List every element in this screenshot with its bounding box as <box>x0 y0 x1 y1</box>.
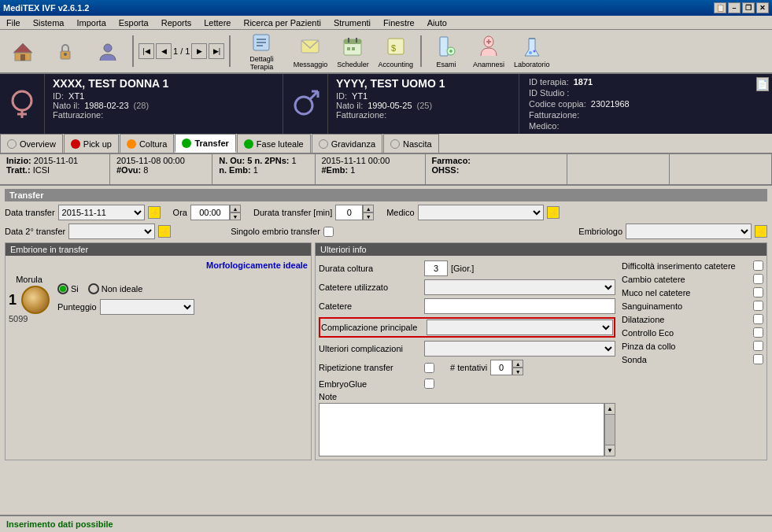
durata-down-btn[interactable]: ▼ <box>363 212 374 220</box>
dilatazione-label: Dilatazione <box>622 315 664 324</box>
medico-lightning[interactable]: ⚡ <box>547 206 560 219</box>
menu-sistema[interactable]: Sistema <box>30 17 68 28</box>
menu-finestre[interactable]: Finestre <box>380 17 418 28</box>
menu-aiuto[interactable]: Aiuto <box>424 17 450 28</box>
note-textarea[interactable] <box>319 403 604 456</box>
embryoglue-checkbox[interactable] <box>424 379 434 389</box>
durata-input[interactable] <box>335 205 363 220</box>
tabs-container: Overview Pick up Coltura Transfer Fase l… <box>0 134 772 154</box>
menu-strumenti[interactable]: Strumenti <box>331 17 374 28</box>
tentativi-up-btn[interactable]: ▲ <box>512 360 523 368</box>
status-bar: Inserimento dati possibile <box>0 515 772 532</box>
si-radio[interactable]: Si <box>57 283 79 294</box>
catetere-input[interactable] <box>424 298 615 314</box>
data2-input[interactable] <box>68 224 155 239</box>
menu-file[interactable]: File <box>3 17 24 28</box>
nav-first-btn[interactable]: |◀ <box>139 43 154 59</box>
data-transfer-input[interactable]: 2015-11-11 <box>58 205 145 220</box>
id-terapia-val: 1871 <box>574 77 593 87</box>
accounting-button[interactable]: $ Accounting <box>375 31 416 71</box>
nav-area: |◀ ◀ 1 / 1 ▶ ▶| <box>139 43 224 59</box>
ora-down-btn[interactable]: ▼ <box>230 212 241 220</box>
menu-esporta[interactable]: Esporta <box>116 17 152 28</box>
difficolta-checkbox[interactable] <box>753 260 763 271</box>
durata-coltura-unit: [Gior.] <box>451 264 474 273</box>
menu-importa[interactable]: Importa <box>73 17 109 28</box>
female-nato-age: (28) <box>134 101 150 110</box>
singolo-checkbox[interactable] <box>323 227 334 237</box>
window-controls[interactable]: 📋 – ❐ ✕ <box>714 2 769 13</box>
ora-up-btn[interactable]: ▲ <box>230 205 241 212</box>
tab-pickup[interactable]: Pick up <box>64 134 119 153</box>
complicazione-select[interactable] <box>427 320 613 335</box>
user-button[interactable] <box>88 31 127 71</box>
embriologo-lightning[interactable]: ⚡ <box>755 225 767 238</box>
scheduler-icon <box>340 34 365 59</box>
embriologo-select[interactable] <box>626 224 752 239</box>
lock-button[interactable] <box>46 31 85 71</box>
scroll-down-btn[interactable]: ▼ <box>605 445 615 456</box>
tab-gravidanza[interactable]: Gravidanza <box>312 134 382 153</box>
tentativi-down-btn[interactable]: ▼ <box>512 368 523 375</box>
scheduler-button[interactable]: Scheduler <box>333 31 372 71</box>
lock-icon <box>53 39 78 64</box>
close-btn[interactable]: ✕ <box>756 2 769 13</box>
ora-input[interactable] <box>190 205 230 220</box>
ulteriori-complicazioni-select[interactable] <box>424 341 615 357</box>
messaggio-button[interactable]: Messaggio <box>290 31 330 71</box>
window-icon-btn[interactable]: 📋 <box>714 2 726 13</box>
nav-prev-btn[interactable]: ◀ <box>156 43 172 59</box>
embrione-panel: Embrione in transfer Morfologicamente id… <box>5 242 312 460</box>
ripetizione-checkbox[interactable] <box>424 363 434 373</box>
sonda-label: Sonda <box>622 355 647 364</box>
tab-fase-luteale[interactable]: Fase luteale <box>237 134 311 153</box>
menu-lettere[interactable]: Lettere <box>201 17 234 28</box>
menu-ricerca[interactable]: Ricerca per Pazienti <box>240 17 323 28</box>
non-ideale-radio[interactable]: Non ideale <box>88 283 143 294</box>
sanguinamento-checkbox[interactable] <box>753 301 763 311</box>
sonda-checkbox[interactable] <box>753 354 763 364</box>
restore-btn[interactable]: ❐ <box>742 2 755 13</box>
catetere-utilizzato-select[interactable] <box>424 279 615 295</box>
embryoglue-label: EmbryoGlue <box>319 379 421 389</box>
svg-rect-15 <box>347 47 350 50</box>
punteggio-select[interactable] <box>100 299 194 315</box>
tab-coltura-label: Coltura <box>139 139 167 149</box>
inizio-val: 2015-11-01 <box>34 156 78 165</box>
pinza-checkbox[interactable] <box>753 341 763 351</box>
tratt-label: Tratt.: <box>6 165 31 175</box>
dettagli-terapia-button[interactable]: Dettagli Terapia <box>235 31 287 71</box>
durata-coltura-input[interactable] <box>424 260 448 276</box>
app-title: MediTEX IVF v2.6.1.2 <box>3 3 89 13</box>
patient-doc-icon[interactable]: 📄 <box>756 77 769 91</box>
anamnesi-button[interactable]: Anamnesi <box>469 31 508 71</box>
tab-coltura[interactable]: Coltura <box>120 134 174 153</box>
tab-overview[interactable]: Overview <box>0 134 63 153</box>
durata-up-btn[interactable]: ▲ <box>363 205 374 212</box>
note-scrollbar[interactable]: ▲ ▼ <box>604 403 615 456</box>
embrione-header: Embrione in transfer <box>6 243 311 256</box>
muco-checkbox[interactable] <box>753 287 763 297</box>
codice-coppia-label: Codice coppia: <box>529 99 586 109</box>
n-emb-val: 1 <box>253 165 258 175</box>
nav-next-btn[interactable]: ▶ <box>191 43 207 59</box>
male-nato-val: 1990-05-25 <box>368 101 412 110</box>
tentativi-input[interactable] <box>490 360 512 375</box>
data2-lightning[interactable]: ⚡ <box>158 225 171 238</box>
medico-select[interactable] <box>418 205 544 220</box>
dilatazione-checkbox[interactable] <box>753 314 763 324</box>
tab-nascita[interactable]: Nascita <box>383 134 439 153</box>
controllo-eco-checkbox[interactable] <box>753 327 763 338</box>
home-button[interactable] <box>3 31 42 71</box>
scroll-up-btn[interactable]: ▲ <box>605 404 615 415</box>
tab-gravidanza-label: Gravidanza <box>331 139 375 149</box>
laboratorio-button[interactable]: Laboratorio <box>512 31 552 71</box>
data-transfer-lightning[interactable]: ⚡ <box>148 206 161 219</box>
menu-reports[interactable]: Reports <box>158 17 195 28</box>
nav-last-btn[interactable]: ▶| <box>209 43 224 59</box>
cambio-checkbox[interactable] <box>753 274 763 284</box>
minimize-btn[interactable]: – <box>728 2 741 13</box>
esami-label: Esami <box>436 61 456 68</box>
tab-transfer[interactable]: Transfer <box>175 134 235 153</box>
esami-button[interactable]: Esami <box>427 31 466 71</box>
